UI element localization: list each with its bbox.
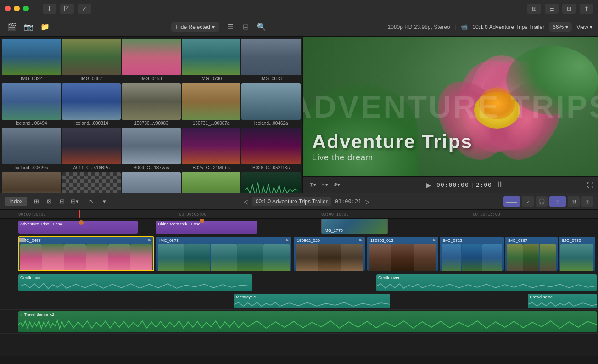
timeline-project-name[interactable]: 00:1.0 Adventure Trips Trailer: [252, 197, 331, 206]
media-label: B026_C...0521IXs: [241, 164, 301, 171]
media-item[interactable]: 150730...v00083: [122, 83, 181, 127]
media-grid: IMG_0322 IMG_0367 IMG_0453 IMG_0730: [0, 37, 302, 193]
clip-travel-theme[interactable]: ♪ Travel theme v.2: [18, 311, 597, 332]
media-item[interactable]: Iceland...00620a: [2, 128, 61, 171]
audio-btn[interactable]: ♪: [522, 196, 534, 207]
media-item[interactable]: IMG_0730: [182, 39, 241, 82]
clip-motorcycle[interactable]: Motorcycle: [234, 294, 390, 308]
headphones-btn[interactable]: 🎧: [536, 196, 548, 207]
timecode-display: 00:00:00: [436, 181, 469, 188]
clip-img0730[interactable]: IMG_0730: [559, 237, 595, 271]
playback-center: ▶ 00:00:00 | 2:00 ⏸: [345, 180, 583, 190]
media-item[interactable]: C004_C...5U6acs: [122, 172, 181, 193]
photo-icon[interactable]: 📁: [39, 21, 51, 34]
columns-view-icon[interactable]: ⚌: [545, 4, 559, 14]
media-item[interactable]: B026_C...0521IXs: [241, 128, 301, 171]
clip-gentle-river[interactable]: Gentle river: [376, 274, 597, 291]
play-button[interactable]: ▶: [424, 181, 434, 189]
clip-img0322[interactable]: IMG_0322: [440, 237, 504, 271]
fullscreen-button[interactable]: ⛶: [587, 181, 593, 189]
film-icon[interactable]: 🎬: [6, 21, 18, 34]
arrow-tool-dropdown[interactable]: ▾: [99, 196, 110, 207]
media-item[interactable]: B025_C...21MEbs: [182, 128, 241, 171]
preview-title-overlay: Adventure Trips Live the dream: [312, 131, 473, 162]
timeline-tracks: Adventure Trips - Echo China Moto-trek -…: [0, 219, 598, 356]
clip-img0453[interactable]: IMG_0453 ▶: [18, 237, 154, 271]
clip-gentle-rain[interactable]: Gentle rain: [18, 274, 252, 291]
close-button[interactable]: [5, 6, 11, 11]
ruler-mark-0: 00:00:00:00: [18, 212, 46, 217]
collapse-btn[interactable]: ⊟: [549, 196, 566, 207]
zoom-control[interactable]: 66% ▾: [549, 22, 572, 32]
hide-rejected-label: Hide Rejected: [176, 24, 210, 30]
toolbar-right: 1080p HD 23.98p, Stereo | 📹 00:1.0 Adven…: [387, 22, 592, 32]
media-item[interactable]: IMG_0367: [62, 39, 121, 82]
timeline-expand-btn[interactable]: ⊞: [581, 196, 593, 207]
media-item[interactable]: IMG_0322: [2, 39, 61, 82]
media-item[interactable]: B028_C...21A6as: [2, 172, 61, 193]
pause-icon[interactable]: ⏸: [495, 180, 505, 190]
media-item[interactable]: IMG_0873: [241, 39, 301, 82]
arrow-tool[interactable]: ↖: [86, 196, 97, 207]
search-icon[interactable]: 🔍: [255, 21, 268, 34]
traffic-lights: [5, 6, 29, 11]
clip-china-moto-echo[interactable]: China Moto-trek - Echo: [156, 221, 257, 234]
media-browser: IMG_0322 IMG_0367 IMG_0453 IMG_0730: [0, 37, 303, 193]
video-track-row: IMG_1775 IMG_0453 ▶ IMG_0873: [0, 235, 598, 273]
playhead[interactable]: [79, 210, 80, 219]
timeline-settings-btn[interactable]: ⊞: [568, 196, 580, 207]
index-button[interactable]: Index: [5, 197, 27, 206]
preview-playback-controls: ⊞▾ ✂▾ ↺▾: [307, 182, 341, 188]
clip-img0873[interactable]: IMG_0873 ▶: [156, 237, 291, 271]
clip-150802-020[interactable]: 150802_020 ▶: [294, 237, 365, 271]
download-icon[interactable]: ⬇: [43, 4, 56, 14]
media-item[interactable]: A011_C...516BPs: [62, 128, 121, 171]
maximize-button[interactable]: [23, 6, 29, 11]
view-button[interactable]: View ▾: [576, 24, 592, 30]
duration-display: 2:00: [476, 181, 492, 188]
timeline-icon1[interactable]: ⊞: [31, 196, 42, 207]
toolbar-center: Hide Rejected ▾ ☰ ⊞ 🔍: [56, 21, 383, 34]
media-thumb: [62, 172, 121, 193]
timeline-icon4[interactable]: ⊟▾: [69, 196, 80, 207]
audio-waveform4: [528, 301, 597, 308]
clip-adventure-trips-echo[interactable]: Adventure Trips - Echo: [18, 221, 138, 234]
timeline-icon3[interactable]: ⊟: [56, 196, 67, 207]
settings-icon[interactable]: ⊟: [562, 4, 576, 14]
music-track-row: ♪ Travel theme v.2: [0, 310, 598, 334]
media-item[interactable]: B002_C...14TNas: [62, 172, 121, 193]
video-info: 1080p HD 23.98p, Stereo: [387, 24, 450, 30]
clip-img0367[interactable]: IMG_0367: [505, 237, 558, 271]
trim-icon[interactable]: ✂▾: [319, 182, 330, 188]
media-thumb: [241, 83, 301, 120]
check-icon[interactable]: ✓: [78, 4, 91, 14]
media-item[interactable]: 150731_...00087a: [182, 83, 241, 127]
share-icon[interactable]: ⬆: [580, 4, 593, 14]
transform-icon[interactable]: ↺▾: [331, 182, 341, 188]
list-view-icon[interactable]: ☰: [224, 21, 237, 34]
media-item[interactable]: Iceland...000314: [62, 83, 121, 127]
preview-controls: ⊞▾ ✂▾ ↺▾ ▶ 00:00:00 | 2:00 ⏸ ⛶: [303, 176, 598, 193]
timeline-next-button[interactable]: ▷: [365, 198, 370, 205]
hide-rejected-button[interactable]: Hide Rejected ▾: [171, 22, 219, 32]
media-item[interactable]: Iceland...00494: [2, 83, 61, 127]
minimize-button[interactable]: [14, 6, 20, 11]
timeline-prev-button[interactable]: ◁: [243, 198, 248, 205]
grid-view-icon2[interactable]: ⊞: [240, 21, 252, 34]
timeline-icon2[interactable]: ⊠: [44, 196, 55, 207]
ruler-mark-10: 00:00:10:00: [321, 212, 349, 217]
media-item[interactable]: Travel theme v.2: [241, 172, 301, 193]
clip-crowd-noise[interactable]: Crowd noise: [528, 294, 597, 308]
grid-view-icon[interactable]: ⊞: [527, 4, 541, 14]
camera-icon[interactable]: 📷: [22, 21, 35, 34]
clip-label: 150802_020: [296, 238, 363, 243]
media-item[interactable]: IMG_0453: [122, 39, 181, 82]
key-icon[interactable]: ⚿: [60, 4, 74, 14]
media-item[interactable]: B009_C...187Vas: [122, 128, 181, 171]
media-item[interactable]: C003_C...WZacs: [182, 172, 241, 193]
media-item[interactable]: Iceland...00462a: [241, 83, 301, 127]
clip-appearance-btn[interactable]: ▬▬: [503, 196, 520, 207]
preview-options-icon[interactable]: ⊞▾: [307, 182, 318, 188]
clip-150802-012[interactable]: 150802_012 ▶: [367, 237, 438, 271]
audio-track-2-row: Motorcycle Crowd noise: [0, 292, 598, 310]
